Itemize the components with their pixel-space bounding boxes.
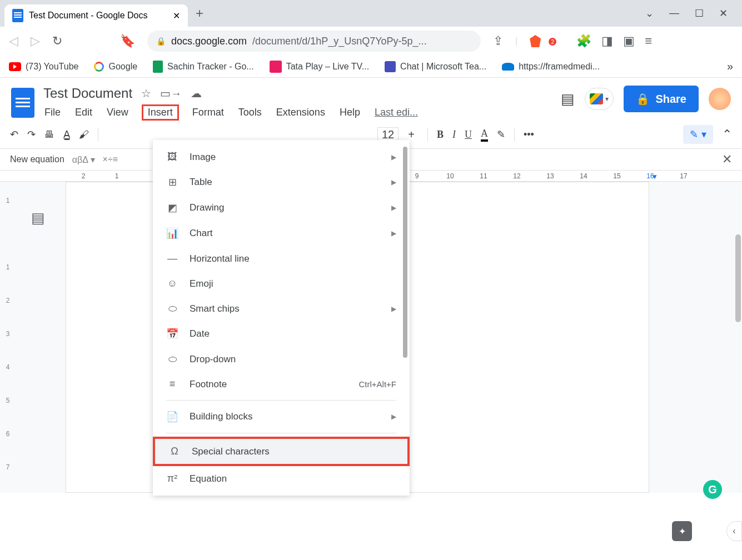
share-button[interactable]: 🔒Share xyxy=(624,86,699,112)
star-icon[interactable]: ☆ xyxy=(141,87,151,100)
menu-item-image[interactable]: 🖼Image▶ xyxy=(153,144,410,169)
tabs-chevron-icon[interactable]: ⌄ xyxy=(645,7,654,19)
redo-icon[interactable]: ↷ xyxy=(27,128,36,141)
bookmarks-overflow-icon[interactable]: » xyxy=(727,60,733,73)
wallet-icon[interactable]: ▣ xyxy=(623,34,635,48)
spellcheck-icon[interactable]: A̲ xyxy=(63,128,70,141)
bookmark-youtube[interactable]: (73) YouTube xyxy=(9,62,78,72)
table-icon: ⊞ xyxy=(166,176,178,188)
editing-mode[interactable]: ✎ ▾ xyxy=(683,125,713,144)
menu-insert[interactable]: Insert xyxy=(142,104,179,121)
more-icon[interactable]: ••• xyxy=(524,129,534,141)
menu-item-equation[interactable]: π²Equation xyxy=(153,466,410,491)
panel-icon[interactable]: ◨ xyxy=(601,34,613,48)
submenu-arrow-icon: ▶ xyxy=(391,204,396,212)
right-indent-marker-icon[interactable]: ▼ xyxy=(638,173,671,181)
new-equation-button[interactable]: New equation xyxy=(10,154,64,164)
menu-item-footnote[interactable]: ≡FootnoteCtrl+Alt+F xyxy=(153,372,410,397)
minimize-icon[interactable]: — xyxy=(669,7,679,19)
submenu-arrow-icon: ▶ xyxy=(391,153,396,161)
print-icon[interactable]: 🖶 xyxy=(44,129,54,141)
menu-icon[interactable]: ≡ xyxy=(645,34,652,48)
menu-item-special-characters[interactable]: ΩSpecial characters xyxy=(153,437,410,466)
forward-icon[interactable]: ▷ xyxy=(31,34,40,48)
bold-icon[interactable]: B xyxy=(437,129,444,141)
meet-button[interactable]: ▾ xyxy=(585,88,614,110)
insert-menu-dropdown: 🖼Image▶ ⊞Table▶ ◩Drawing▶ 📊Chart▶ —Horiz… xyxy=(153,140,410,496)
mode-chevron-icon: ▾ xyxy=(701,128,706,141)
menu-item-dropdown[interactable]: ⬭Drop-down xyxy=(153,347,410,372)
footnote-icon: ≡ xyxy=(166,378,178,390)
collapse-icon[interactable]: ⌃ xyxy=(722,127,732,142)
url-domain: docs.google.com xyxy=(171,36,247,47)
text-color-icon[interactable]: A xyxy=(481,128,488,142)
menu-help[interactable]: Help xyxy=(338,104,361,121)
last-edit[interactable]: Last edi... xyxy=(374,104,419,121)
side-panel-toggle[interactable]: ‹ xyxy=(726,521,742,541)
vertical-ruler[interactable]: 1 1 2 3 4 5 6 7 xyxy=(0,182,16,493)
url-path: /document/d/1hP_y_UsnQ7YoPy-5p_... xyxy=(252,36,427,47)
menu-edit[interactable]: Edit xyxy=(74,104,93,121)
menu-item-smart-chips[interactable]: ⬭Smart chips▶ xyxy=(153,296,410,321)
menu-file[interactable]: File xyxy=(43,104,62,121)
avatar[interactable] xyxy=(709,88,731,110)
menu-item-building-blocks[interactable]: 📄Building blocks▶ xyxy=(153,404,410,429)
menu-item-emoji[interactable]: ☺Emoji xyxy=(153,271,410,296)
blocks-icon: 📄 xyxy=(166,411,178,423)
menu-item-date[interactable]: 📅Date xyxy=(153,321,410,347)
cloud-icon[interactable]: ☁ xyxy=(191,87,202,100)
tab-title: Test Document - Google Docs xyxy=(29,11,147,21)
brave-icon[interactable] xyxy=(530,35,541,47)
menu-item-chart[interactable]: 📊Chart▶ xyxy=(153,221,410,246)
lock-icon: 🔒 xyxy=(156,37,166,46)
menu-divider xyxy=(166,400,396,401)
submenu-arrow-icon: ▶ xyxy=(391,229,396,237)
close-window-icon[interactable]: ✕ xyxy=(719,7,728,19)
menu-view[interactable]: View xyxy=(106,104,130,121)
grammarly-icon[interactable]: G xyxy=(703,480,722,499)
highlight-icon[interactable]: ✎ xyxy=(497,128,505,141)
pi-icon: π² xyxy=(166,473,178,484)
menu-item-hrule[interactable]: —Horizontal line xyxy=(153,246,410,271)
greek-dropdown[interactable]: αβΔ ▾ xyxy=(72,154,95,165)
back-icon[interactable]: ◁ xyxy=(9,34,18,48)
menu-item-table[interactable]: ⊞Table▶ xyxy=(153,169,410,195)
browser-chrome: Test Document - Google Docs ✕ + ⌄ — ☐ ✕ … xyxy=(0,0,742,78)
new-tab-button[interactable]: + xyxy=(196,6,203,21)
tab-bar: Test Document - Google Docs ✕ + ⌄ — ☐ ✕ xyxy=(0,0,742,27)
docs-logo-icon[interactable] xyxy=(11,88,34,118)
menu-item-drawing[interactable]: ◩Drawing▶ xyxy=(153,195,410,221)
menu-format[interactable]: Format xyxy=(191,104,225,121)
close-tab-icon[interactable]: ✕ xyxy=(173,11,180,21)
paint-format-icon[interactable]: 🖌 xyxy=(79,129,89,141)
reload-icon[interactable]: ↻ xyxy=(52,34,62,48)
italic-icon[interactable]: I xyxy=(452,129,456,141)
menu-tools[interactable]: Tools xyxy=(237,104,263,121)
bookmark-sachin[interactable]: Sachin Tracker - Go... xyxy=(153,61,254,73)
lock-share-icon: 🔒 xyxy=(636,92,650,106)
bookmark-teams[interactable]: Chat | Microsoft Tea... xyxy=(385,61,486,72)
close-equation-icon[interactable]: ✕ xyxy=(722,152,732,167)
dropdown-icon: ⬭ xyxy=(166,353,178,365)
bookmark-framedmedi[interactable]: https://framedmedi... xyxy=(502,62,600,72)
share-url-icon[interactable]: ⇪ xyxy=(493,34,503,48)
ops-dropdown[interactable]: ×÷≡ xyxy=(103,154,118,164)
outline-panel: ▤ xyxy=(16,182,60,493)
browser-tab[interactable]: Test Document - Google Docs ✕ xyxy=(4,4,188,27)
bookmark-google[interactable]: Google xyxy=(94,62,137,72)
comments-icon[interactable]: ▤ xyxy=(561,91,575,108)
move-icon[interactable]: ▭→ xyxy=(160,87,182,100)
explore-button[interactable]: ✦ xyxy=(672,521,692,541)
bookmark-icon[interactable]: 🔖 xyxy=(120,34,135,48)
maximize-icon[interactable]: ☐ xyxy=(695,7,704,19)
extensions-icon[interactable]: 🧩 xyxy=(576,34,591,48)
underline-icon[interactable]: U xyxy=(465,129,472,141)
menu-extensions[interactable]: Extensions xyxy=(275,104,326,121)
chart-icon: 📊 xyxy=(166,227,178,239)
undo-icon[interactable]: ↶ xyxy=(10,128,18,141)
page-scrollbar[interactable] xyxy=(735,234,741,322)
bookmark-tata[interactable]: Tata Play – Live TV... xyxy=(270,61,369,73)
doc-title[interactable]: Test Document xyxy=(43,86,132,101)
outline-icon[interactable]: ▤ xyxy=(31,209,45,493)
url-bar[interactable]: 🔒 docs.google.com /document/d/1hP_y_UsnQ… xyxy=(147,31,481,52)
